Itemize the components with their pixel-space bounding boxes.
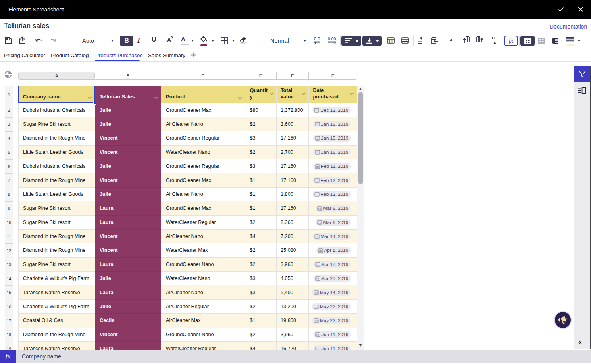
svg-text:0.0: 0.0 [314,37,320,41]
svg-text:0.00: 0.00 [328,37,336,41]
